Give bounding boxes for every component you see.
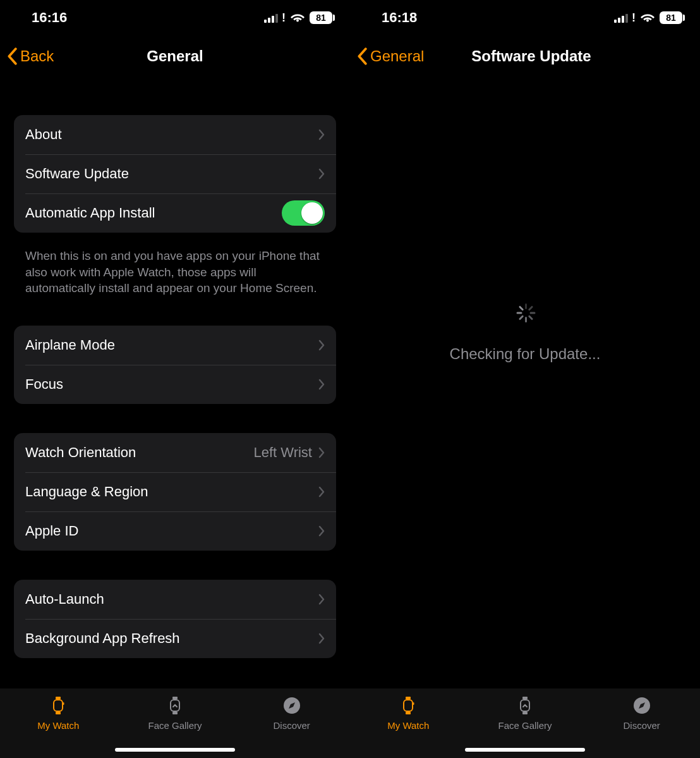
cellular-icon (264, 13, 278, 23)
row-about[interactable]: About (14, 115, 336, 154)
row-label: Watch Orientation (25, 444, 253, 461)
back-button[interactable]: Back (0, 47, 54, 65)
screen-software-update: 16:18 ! 81 General Software Update (350, 0, 700, 758)
settings-group-3: Watch Orientation Left Wrist Language & … (14, 433, 336, 551)
back-label: General (370, 47, 424, 65)
row-label: Focus (25, 376, 318, 393)
back-button[interactable]: General (350, 47, 424, 65)
chevron-right-icon (318, 525, 325, 537)
status-bar: 16:18 ! 81 (350, 0, 700, 35)
tab-my-watch[interactable]: My Watch (350, 695, 467, 758)
screen-general: 16:16 ! 81 Back General About Soft (0, 0, 350, 758)
row-label: About (25, 126, 318, 143)
tab-discover[interactable]: Discover (583, 695, 700, 758)
battery-icon: 81 (660, 11, 682, 24)
back-label: Back (20, 47, 54, 65)
compass-icon (282, 695, 301, 716)
svg-rect-11 (413, 702, 414, 705)
tab-my-watch[interactable]: My Watch (0, 695, 117, 758)
chevron-right-icon (318, 594, 325, 605)
status-time: 16:16 (32, 9, 67, 26)
nav-bar: General Software Update (350, 35, 700, 77)
battery-icon: 81 (310, 11, 332, 24)
row-auto-launch[interactable]: Auto-Launch (14, 580, 336, 619)
tab-label: Face Gallery (148, 720, 202, 731)
row-language-region[interactable]: Language & Region (14, 472, 336, 511)
watch-face-icon (167, 695, 183, 716)
svg-rect-2 (56, 712, 61, 714)
svg-rect-8 (404, 700, 413, 711)
watch-icon (50, 695, 66, 716)
svg-rect-1 (56, 697, 61, 699)
settings-group-2: Airplane Mode Focus (14, 326, 336, 404)
row-label: Auto-Launch (25, 591, 318, 608)
tab-label: Face Gallery (498, 720, 552, 731)
loading-text: Checking for Update... (450, 345, 601, 363)
row-label: Language & Region (25, 484, 318, 500)
status-icons: ! 81 (614, 11, 682, 24)
chevron-right-icon (318, 168, 325, 180)
watch-face-icon (517, 695, 533, 716)
chevron-right-icon (318, 633, 325, 644)
row-label: Software Update (25, 166, 318, 182)
content[interactable]: About Software Update Automatic App Inst… (0, 77, 350, 688)
row-value: Left Wrist (253, 444, 312, 461)
tab-label: My Watch (37, 720, 79, 731)
home-indicator[interactable] (115, 748, 235, 752)
nav-bar: Back General (0, 35, 350, 77)
svg-rect-13 (522, 697, 528, 699)
group-footer-text: When this is on and you have apps on you… (14, 240, 336, 296)
wifi-icon (291, 13, 305, 23)
row-focus[interactable]: Focus (14, 365, 336, 404)
chevron-right-icon (318, 339, 325, 351)
row-background-app-refresh[interactable]: Background App Refresh (14, 619, 336, 658)
svg-rect-14 (522, 712, 528, 714)
loading: Checking for Update... (350, 303, 700, 363)
svg-rect-6 (172, 712, 178, 714)
svg-rect-5 (172, 697, 178, 699)
settings-group-4: Auto-Launch Background App Refresh (14, 580, 336, 658)
tab-label: Discover (274, 720, 310, 731)
home-indicator[interactable] (465, 748, 585, 752)
row-label: Background App Refresh (25, 630, 318, 647)
status-bar: 16:16 ! 81 (0, 0, 350, 35)
svg-rect-10 (406, 712, 411, 714)
svg-rect-0 (54, 700, 63, 711)
tab-discover[interactable]: Discover (233, 695, 350, 758)
chevron-right-icon (318, 486, 325, 498)
tab-label: My Watch (387, 720, 429, 731)
no-sim-icon: ! (632, 12, 636, 23)
no-sim-icon: ! (282, 12, 286, 23)
automatic-app-install-toggle[interactable] (282, 200, 325, 226)
svg-rect-3 (63, 702, 64, 705)
tab-label: Discover (624, 720, 660, 731)
tab-bar: My Watch Face Gallery Discover (350, 688, 700, 758)
wifi-icon (641, 13, 655, 23)
row-label: Airplane Mode (25, 337, 318, 353)
row-software-update[interactable]: Software Update (14, 154, 336, 193)
status-time: 16:18 (382, 9, 417, 26)
watch-icon (400, 695, 416, 716)
chevron-right-icon (318, 447, 325, 458)
row-label: Automatic App Install (25, 205, 282, 221)
row-automatic-app-install: Automatic App Install (14, 193, 336, 233)
compass-icon (632, 695, 651, 716)
row-airplane-mode[interactable]: Airplane Mode (14, 326, 336, 365)
chevron-right-icon (318, 129, 325, 140)
settings-group-1: About Software Update Automatic App Inst… (14, 115, 336, 233)
svg-rect-9 (406, 697, 411, 699)
row-apple-id[interactable]: Apple ID (14, 511, 336, 551)
spinner-icon (516, 303, 534, 322)
tab-bar: My Watch Face Gallery Discover (0, 688, 350, 758)
row-watch-orientation[interactable]: Watch Orientation Left Wrist (14, 433, 336, 472)
chevron-right-icon (318, 379, 325, 390)
status-icons: ! 81 (264, 11, 332, 24)
row-label: Apple ID (25, 523, 318, 539)
cellular-icon (614, 13, 628, 23)
